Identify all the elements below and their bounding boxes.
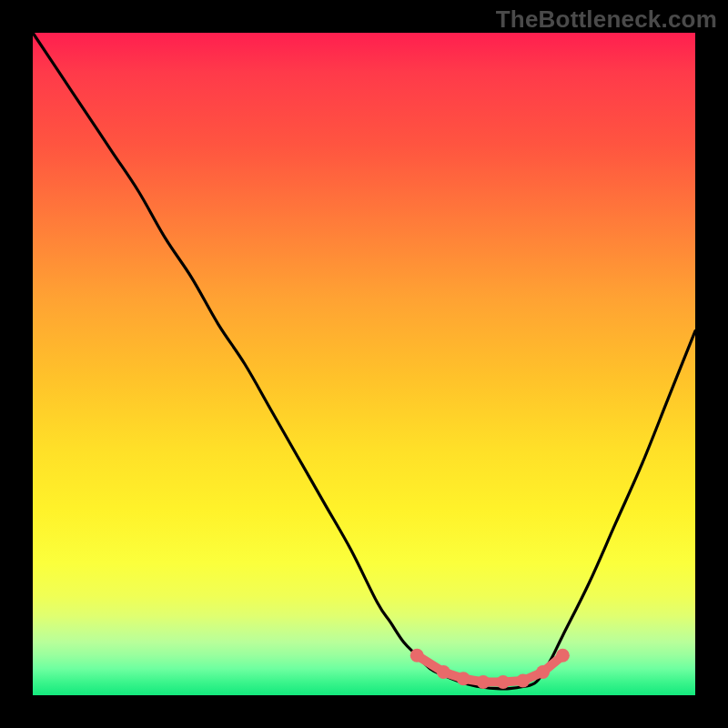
chart-svg [33, 33, 695, 695]
marker-dot [516, 673, 530, 687]
marker-dot [496, 675, 510, 689]
marker-dot [556, 649, 570, 662]
marker-dot [536, 665, 550, 679]
marker-dot [477, 675, 490, 689]
marker-dot [410, 649, 424, 662]
chart-frame: TheBottleneck.com [0, 0, 728, 728]
watermark-text: TheBottleneck.com [496, 5, 717, 34]
marker-dot [437, 665, 450, 679]
plot-area [33, 33, 695, 695]
marker-dot [457, 672, 470, 685]
bottleneck-curve [33, 33, 695, 689]
